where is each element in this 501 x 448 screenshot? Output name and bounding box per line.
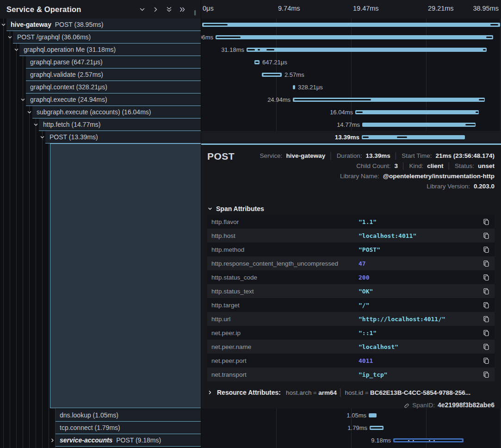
attribute-row[interactable]: http.response_content_length_uncompresse… (207, 256, 495, 270)
attribute-key: http.response_content_length_uncompresse… (211, 260, 338, 267)
tree-row-graphql.validate[interactable]: graphql.validate (2.57ms) (26, 68, 201, 81)
timeline-row[interactable]: 328.21μs (201, 81, 501, 93)
span-attributes-header[interactable]: Span Attributes (207, 205, 264, 212)
copy-icon[interactable] (482, 274, 490, 281)
timeline-row[interactable]: 9.18ms (201, 434, 501, 447)
tree-row-graphql.parse[interactable]: graphql.parse (647.21μs) (26, 56, 201, 68)
tree-row-graphql.context[interactable]: graphql.context (328.21μs) (26, 81, 201, 93)
span-bar[interactable] (370, 426, 383, 430)
span-label: graphql.context (328.21μs) (30, 83, 107, 91)
copy-icon[interactable] (482, 315, 490, 323)
chevron-down-icon (207, 206, 213, 212)
timeline-row[interactable]: 13.39ms (201, 131, 501, 143)
timeline-row[interactable]: 16.04ms (201, 106, 501, 118)
tree-row-POST[interactable]: POST (13.39ms) (45, 131, 201, 143)
span-bar[interactable] (362, 123, 476, 127)
copy-icon[interactable] (482, 260, 490, 267)
copy-icon[interactable] (482, 301, 490, 309)
copy-icon[interactable] (482, 329, 490, 336)
attribute-row[interactable]: http.url"http://localhost:4011/" (207, 312, 495, 326)
span-toggle[interactable] (26, 110, 32, 115)
meta-line: Service:hive-gateway│Duration:13.39ms│St… (260, 152, 495, 160)
span-meta: Service:hive-gateway│Duration:13.39ms│St… (260, 152, 495, 190)
tree-row-POST[interactable]: POST /graphql (36.06ms) (13, 31, 201, 44)
span-bar[interactable] (254, 60, 260, 64)
attribute-key: http.host (211, 232, 235, 239)
tree-row-graphql.execute[interactable]: graphql.execute (24.94ms) (26, 93, 201, 106)
span-bar[interactable] (262, 73, 282, 77)
span-id-row: SpanID: 4e21998f3b82abe6 (402, 401, 495, 409)
timeline-row[interactable]: 1.79ms (201, 422, 501, 434)
timeline-row[interactable]: 36.06ms (201, 31, 501, 44)
bar-marker-dot (413, 440, 414, 442)
axis-tick: 9.74ms (278, 5, 300, 12)
timeline-row[interactable]: 647.21μs (201, 56, 501, 68)
span-toggle[interactable] (32, 122, 39, 127)
expand-all-icon[interactable] (179, 6, 186, 13)
tree-row-hive-gateway-POST[interactable]: hive-gateway POST (38.95ms) (6, 19, 201, 31)
timeline-row[interactable] (201, 19, 501, 31)
span-toggle[interactable] (0, 22, 6, 27)
bar-self-time-marker (247, 49, 255, 50)
tree-row-dns.lookup[interactable]: dns.lookup (1.05ms) (56, 409, 201, 422)
span-toggle[interactable] (39, 135, 45, 140)
copy-icon[interactable] (482, 371, 490, 378)
timeline-row[interactable]: 14.77ms (201, 118, 501, 131)
attribute-row[interactable]: net.peer.ip"::1" (207, 326, 495, 340)
timeline-row[interactable]: 1.05ms (201, 409, 501, 422)
attribute-row[interactable]: net.peer.name"localhost" (207, 340, 495, 354)
span-bar[interactable] (202, 23, 500, 27)
copy-icon[interactable] (482, 343, 490, 350)
meta-line: Library Name:@opentelemetry/instrumentat… (340, 172, 495, 180)
span-bar[interactable] (369, 413, 377, 417)
resource-value: arm64 (318, 389, 337, 396)
expand-one-icon[interactable] (152, 6, 159, 13)
attribute-row[interactable]: http.host"localhost:4011" (207, 229, 495, 243)
span-toggle[interactable] (19, 97, 26, 102)
timeline-row[interactable]: 24.94ms (201, 93, 501, 106)
column-resize-handle[interactable]: ∥ (194, 10, 197, 16)
copy-icon[interactable] (482, 232, 490, 239)
resource-attributes-row[interactable]: Resource Attributes: host.arch = arm64│h… (207, 388, 470, 397)
bar-duration-label: 13.39ms (335, 134, 359, 141)
tree-row-tcp.connect[interactable]: tcp.connect (1.79ms) (56, 422, 201, 434)
span-bar[interactable] (393, 438, 464, 442)
span-bar[interactable] (247, 48, 487, 52)
span-toggle[interactable] (6, 35, 13, 40)
bar-duration-label: 36.06ms (201, 34, 213, 41)
tree-row-graphql.operation[interactable]: graphql.operation Me (31.18ms) (19, 44, 201, 56)
attribute-row[interactable]: http.flavor"1.1" (207, 215, 495, 229)
attribute-row[interactable]: net.peer.port4011 (207, 354, 495, 367)
timeline-row[interactable]: 2.57ms (201, 68, 501, 81)
tree-row-http.fetch[interactable]: http.fetch (14.77ms) (39, 118, 201, 131)
copy-icon[interactable] (482, 287, 490, 295)
collapse-all-icon[interactable] (166, 6, 173, 13)
span-label: graphql.execute (24.94ms) (30, 96, 107, 103)
tree-row-service-accounts-POST[interactable]: service-accounts POST (9.18ms) (56, 434, 201, 447)
attribute-value: "::1" (359, 330, 377, 336)
span-bar[interactable] (293, 98, 485, 102)
collapse-one-icon[interactable] (139, 6, 146, 13)
timeline-row[interactable]: 31.18ms (201, 44, 501, 56)
copy-icon[interactable] (482, 246, 490, 253)
copy-icon[interactable] (482, 218, 490, 225)
link-icon[interactable] (402, 402, 409, 409)
span-bar[interactable] (355, 110, 479, 114)
attribute-row[interactable]: http.status_code200 (207, 270, 495, 284)
attribute-row[interactable]: net.transport"ip_tcp" (207, 367, 495, 381)
resource-key: host.id (345, 389, 363, 396)
meta-separator: │ (447, 162, 451, 170)
copy-icon[interactable] (482, 357, 490, 364)
tree-row-subgraph.execute[interactable]: subgraph.execute (accounts) (16.04ms) (32, 106, 201, 118)
attribute-row[interactable]: http.status_text"OK" (207, 284, 495, 298)
attribute-row[interactable]: http.method"POST" (207, 243, 495, 256)
attribute-row[interactable]: http.target"/" (207, 298, 495, 312)
span-toggle[interactable] (13, 47, 19, 52)
attribute-key: http.url (211, 316, 230, 323)
span-bar[interactable] (293, 85, 295, 89)
span-bar[interactable] (362, 135, 465, 139)
bar-duration-label: 647.21μs (262, 59, 287, 66)
span-bar[interactable] (216, 35, 493, 39)
span-toggle[interactable] (49, 438, 56, 443)
bar-duration-label: 31.18ms (221, 46, 244, 53)
